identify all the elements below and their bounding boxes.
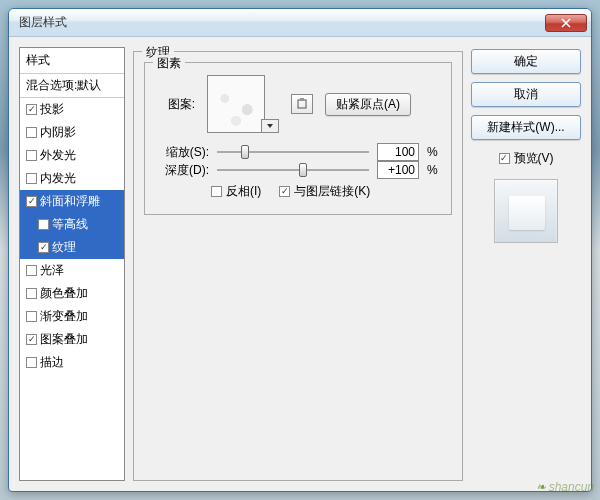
checkbox-icon[interactable] (26, 104, 37, 115)
style-color-overlay[interactable]: 颜色叠加 (20, 282, 124, 305)
cancel-button[interactable]: 取消 (471, 82, 581, 107)
styles-sidebar: 样式 混合选项:默认 投影 内阴影 外发光 (19, 47, 125, 481)
checkbox-icon[interactable] (38, 219, 49, 230)
pattern-label: 图案: (155, 96, 195, 113)
snap-origin-button[interactable]: 贴紧原点(A) (325, 93, 411, 116)
depth-unit: % (427, 163, 441, 177)
scale-label: 缩放(S): (155, 144, 209, 161)
link-with-layer-checkbox[interactable]: 与图层链接(K) (279, 183, 370, 200)
pattern-dropdown[interactable] (261, 119, 279, 133)
checkbox-icon (279, 186, 290, 197)
new-style-button[interactable]: 新建样式(W)... (471, 115, 581, 140)
window-title: 图层样式 (19, 14, 545, 31)
checkbox-icon (499, 153, 510, 164)
scale-slider[interactable] (217, 143, 369, 161)
checkbox-icon[interactable] (26, 196, 37, 207)
new-preset-icon (296, 98, 308, 110)
checkbox-icon[interactable] (26, 150, 37, 161)
slider-thumb[interactable] (299, 163, 307, 177)
slider-track (217, 151, 369, 153)
depth-label: 深度(D): (155, 162, 209, 179)
preview-checkbox[interactable]: 预览(V) (471, 150, 581, 167)
blend-options-default[interactable]: 混合选项:默认 (20, 74, 124, 98)
checkbox-icon[interactable] (38, 242, 49, 253)
scale-unit: % (427, 145, 441, 159)
checkbox-icon[interactable] (26, 334, 37, 345)
checkbox-icon (211, 186, 222, 197)
pattern-swatch[interactable] (207, 75, 265, 133)
ok-button[interactable]: 确定 (471, 49, 581, 74)
elements-fieldset: 图素 图案: 贴紧原点(A) (144, 62, 452, 215)
style-bevel-emboss[interactable]: 斜面和浮雕 (20, 190, 124, 213)
scale-row: 缩放(S): % (155, 143, 441, 161)
settings-panel: 纹理 图素 图案: 贴紧原点(A (133, 47, 463, 481)
depth-slider[interactable] (217, 161, 369, 179)
depth-input[interactable] (377, 161, 419, 179)
sidebar-header: 样式 (20, 48, 124, 74)
style-outer-glow[interactable]: 外发光 (20, 144, 124, 167)
elements-title: 图素 (153, 55, 185, 72)
new-preset-button[interactable] (291, 94, 313, 114)
slider-thumb[interactable] (241, 145, 249, 159)
style-gradient-overlay[interactable]: 渐变叠加 (20, 305, 124, 328)
svg-rect-0 (298, 100, 306, 108)
style-inner-glow[interactable]: 内发光 (20, 167, 124, 190)
style-contour[interactable]: 等高线 (20, 213, 124, 236)
pattern-row: 图案: 贴紧原点(A) (155, 75, 441, 133)
texture-fieldset: 纹理 图素 图案: 贴紧原点(A (133, 51, 463, 481)
dialog-body: 样式 混合选项:默认 投影 内阴影 外发光 (9, 37, 591, 491)
style-inner-shadow[interactable]: 内阴影 (20, 121, 124, 144)
titlebar[interactable]: 图层样式 (9, 9, 591, 37)
checkbox-icon[interactable] (26, 357, 37, 368)
style-satin[interactable]: 光泽 (20, 259, 124, 282)
texture-options-row: 反相(I) 与图层链接(K) (155, 183, 441, 200)
depth-row: 深度(D): % (155, 161, 441, 179)
checkbox-icon[interactable] (26, 288, 37, 299)
svg-rect-1 (300, 98, 304, 101)
checkbox-icon[interactable] (26, 265, 37, 276)
style-texture[interactable]: 纹理 (20, 236, 124, 259)
style-drop-shadow[interactable]: 投影 (20, 98, 124, 121)
style-stroke[interactable]: 描边 (20, 351, 124, 374)
scale-input[interactable] (377, 143, 419, 161)
styles-list: 混合选项:默认 投影 内阴影 外发光 内发光 (20, 74, 124, 480)
slider-track (217, 169, 369, 171)
chevron-down-icon (267, 124, 273, 128)
checkbox-icon[interactable] (26, 311, 37, 322)
layer-style-dialog: 图层样式 样式 混合选项:默认 投影 内阴影 (8, 8, 592, 492)
close-icon (561, 18, 571, 28)
style-pattern-overlay[interactable]: 图案叠加 (20, 328, 124, 351)
checkbox-icon[interactable] (26, 127, 37, 138)
action-panel: 确定 取消 新建样式(W)... 预览(V) (471, 47, 581, 481)
close-button[interactable] (545, 14, 587, 32)
checkbox-icon[interactable] (26, 173, 37, 184)
invert-checkbox[interactable]: 反相(I) (211, 183, 261, 200)
preview-thumbnail (494, 179, 558, 243)
